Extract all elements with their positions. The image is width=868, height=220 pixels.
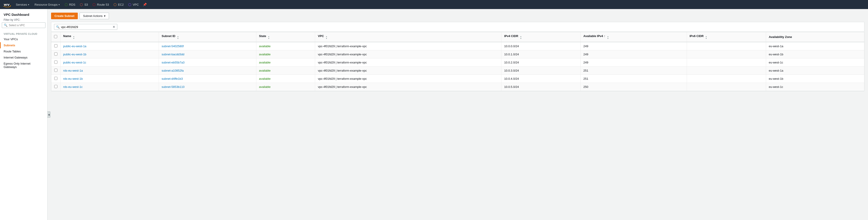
- row-avail-ipv4: 250: [581, 83, 687, 91]
- sidebar-filter-label: Filter by VPC:: [0, 18, 47, 22]
- sidebar-item-subnets[interactable]: Subnets: [0, 42, 47, 48]
- row-state: available: [256, 83, 315, 91]
- nav-route53-label: Route 53: [97, 3, 109, 6]
- subnet-actions-label: Subnet Actions: [83, 14, 103, 18]
- sidebar: VPC Dashboard Filter by VPC: 🔍 Virtual P…: [0, 9, 48, 220]
- nav-services-chevron: ▾: [28, 3, 29, 6]
- row-checkbox-cell: [51, 59, 60, 67]
- row-checkbox-cell: [51, 42, 60, 51]
- row-availability-zone: eu-west-1c: [766, 59, 864, 67]
- search-input[interactable]: [61, 25, 111, 29]
- row-subnet-id: subnet-d4ffe1b3: [159, 75, 256, 83]
- row-checkbox-2[interactable]: [54, 61, 57, 64]
- sort-vpc-icon: ▲▼: [326, 35, 328, 39]
- row-ipv4-cidr: 10.0.5.0/24: [501, 83, 581, 91]
- table-row: rds-eu-west-1a subnet-a10852fa available…: [51, 67, 864, 75]
- sidebar-vpc-filter[interactable]: 🔍: [2, 22, 45, 28]
- nav-pin[interactable]: 📌: [142, 3, 148, 6]
- search-icon: 🔍: [56, 25, 60, 29]
- col-header-ipv4-cidr[interactable]: IPv4 CIDR ▲▼: [501, 32, 581, 42]
- row-ipv6-cidr: [687, 75, 766, 83]
- row-ipv6-cidr: [687, 67, 766, 75]
- table-row: public-eu-west-1c subnet-eb55b7a3 availa…: [51, 59, 864, 67]
- sort-subnet-id-icon: ▲▼: [177, 35, 179, 39]
- col-header-availability-zone[interactable]: Availability Zone: [766, 32, 864, 42]
- col-header-ipv6-cidr[interactable]: IPv6 CIDR ▲▼: [687, 32, 766, 42]
- sidebar-item-your-vpcs[interactable]: Your VPCs: [0, 36, 47, 42]
- col-header-name[interactable]: Name ▲▼: [60, 32, 159, 42]
- nav-route53[interactable]: ⬡ Route 53: [91, 0, 111, 9]
- search-clear-icon[interactable]: ✕: [113, 25, 115, 29]
- row-name: rds-eu-west-1a: [60, 67, 159, 75]
- row-availability-zone: eu-west-1a: [766, 42, 864, 51]
- sort-avail-ipv4-icon: ▲▼: [607, 35, 609, 39]
- row-state: available: [256, 67, 315, 75]
- row-checkbox-cell: [51, 51, 60, 59]
- table-row: public-eu-west-1a subnet-5402580f availa…: [51, 42, 864, 51]
- nav-resource-groups-chevron: ▾: [59, 3, 60, 6]
- row-subnet-id: subnet-eb55b7a3: [159, 59, 256, 67]
- row-checkbox-5[interactable]: [54, 85, 57, 88]
- row-availability-zone: eu-west-1b: [766, 51, 864, 59]
- sidebar-item-route-tables[interactable]: Route Tables: [0, 48, 47, 55]
- row-vpc: vpc-4f01fd29 | terraform-example-vpc: [315, 83, 501, 91]
- sort-name-icon: ▲▼: [73, 35, 75, 39]
- sidebar-item-internet-gateways[interactable]: Internet Gateways: [0, 55, 47, 61]
- row-checkbox-0[interactable]: [54, 44, 57, 48]
- col-header-checkbox: [51, 32, 60, 42]
- nav-vpc-label: VPC: [133, 3, 139, 6]
- nav-services[interactable]: Services ▾: [13, 0, 31, 9]
- sidebar-vpc-input[interactable]: [9, 24, 43, 27]
- row-vpc: vpc-4f01fd29 | terraform-example-vpc: [315, 42, 501, 51]
- row-state: available: [256, 75, 315, 83]
- nav-vpc[interactable]: ⬡ VPC: [126, 0, 141, 9]
- row-vpc: vpc-4f01fd29 | terraform-example-vpc: [315, 67, 501, 75]
- nav-ec2[interactable]: ⬡ EC2: [112, 0, 125, 9]
- sort-ipv4-cidr-icon: ▲▼: [520, 35, 522, 39]
- row-name: rds-eu-west-1c: [60, 83, 159, 91]
- table-row: rds-eu-west-1c subnet-5853b110 available…: [51, 83, 864, 91]
- nav-s3[interactable]: ⬡ S3: [78, 0, 90, 9]
- row-ipv6-cidr: [687, 42, 766, 51]
- row-availability-zone: eu-west-1c: [766, 83, 864, 91]
- sidebar-item-egress-only[interactable]: Egress Only Internet Gateways: [0, 61, 47, 70]
- subnet-actions-chevron: ▾: [104, 14, 105, 18]
- s3-icon: ⬡: [80, 2, 83, 7]
- row-ipv6-cidr: [687, 59, 766, 67]
- nav-rds-label: RDS: [69, 3, 75, 6]
- create-subnet-button[interactable]: Create Subnet: [51, 13, 78, 19]
- row-checkbox-4[interactable]: [54, 77, 57, 80]
- sidebar-search-icon: 🔍: [4, 24, 7, 27]
- row-checkbox-3[interactable]: [54, 69, 57, 72]
- nav-resource-groups[interactable]: Resource Groups ▾: [32, 0, 62, 9]
- row-subnet-id: subnet-bacdd3dd: [159, 51, 256, 59]
- sort-ipv6-cidr-icon: ▲▼: [705, 35, 707, 39]
- table-header-row: Name ▲▼ Subnet ID ▲▼ State ▲▼ VPC: [51, 32, 864, 42]
- select-all-checkbox[interactable]: [54, 35, 57, 38]
- col-header-vpc[interactable]: VPC ▲▼: [315, 32, 501, 42]
- row-vpc: vpc-4f01fd29 | terraform-example-vpc: [315, 75, 501, 83]
- nav-resource-groups-label: Resource Groups: [35, 3, 58, 6]
- row-ipv6-cidr: [687, 83, 766, 91]
- top-navigation: Services ▾ Resource Groups ▾ ⬡ RDS ⬡ S3 …: [0, 0, 868, 9]
- row-state: available: [256, 42, 315, 51]
- row-avail-ipv4: 251: [581, 67, 687, 75]
- main-layout: VPC Dashboard Filter by VPC: 🔍 Virtual P…: [0, 9, 868, 220]
- col-header-avail-ipv4[interactable]: Available IPv4 ↑ ▲▼: [581, 32, 687, 42]
- row-name: public-eu-west-1b: [60, 51, 159, 59]
- col-header-subnet-id[interactable]: Subnet ID ▲▼: [159, 32, 256, 42]
- nav-rds[interactable]: ⬡ RDS: [63, 0, 77, 9]
- sidebar-toggle[interactable]: ◀: [47, 112, 51, 118]
- row-checkbox-cell: [51, 67, 60, 75]
- aws-logo[interactable]: [3, 2, 11, 7]
- subnet-actions-button[interactable]: Subnet Actions ▾: [80, 13, 109, 19]
- row-ipv4-cidr: 10.0.2.0/24: [501, 59, 581, 67]
- row-subnet-id: subnet-5402580f: [159, 42, 256, 51]
- row-ipv4-cidr: 10.0.1.0/24: [501, 51, 581, 59]
- row-checkbox-1[interactable]: [54, 53, 57, 56]
- sidebar-title: VPC Dashboard: [0, 13, 47, 18]
- subnet-search-bar[interactable]: 🔍 ✕: [54, 24, 117, 30]
- row-availability-zone: eu-west-1b: [766, 75, 864, 83]
- row-avail-ipv4: 249: [581, 42, 687, 51]
- col-header-state[interactable]: State ▲▼: [256, 32, 315, 42]
